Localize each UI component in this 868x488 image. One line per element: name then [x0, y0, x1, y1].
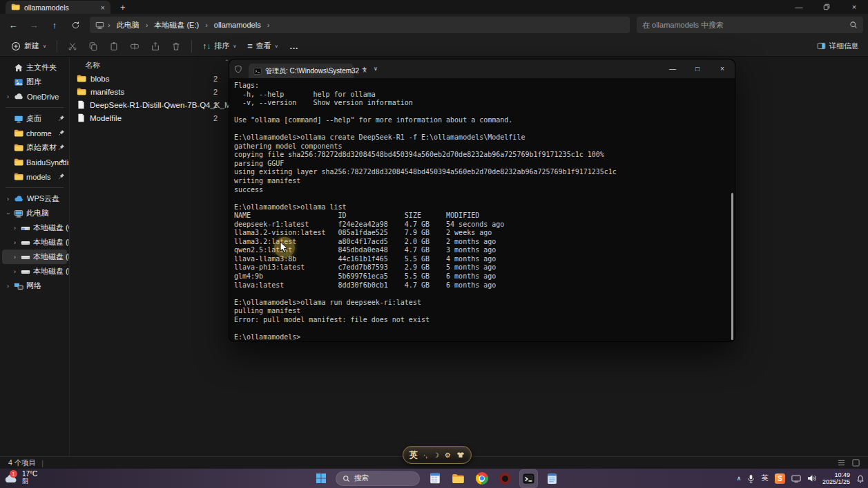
sidebar-item-network[interactable]: ›网络	[2, 279, 67, 293]
sort-button[interactable]: ↑↓ 排序 ∨	[197, 39, 242, 53]
copy-icon	[88, 41, 98, 51]
sidebar-item-raw-assets[interactable]: 原始素材	[2, 140, 67, 155]
taskbar-file-explorer-icon[interactable]	[450, 470, 467, 487]
window-minimize-button[interactable]: —	[785, 0, 813, 14]
sidebar-item-this-pc[interactable]: ›此电脑	[2, 206, 67, 220]
thumbnail-view-icon[interactable]	[852, 459, 860, 467]
network-icon	[14, 281, 23, 291]
weather-widget[interactable]: 1 17°C 阴	[4, 470, 37, 485]
address-bar: ← → ↑ › 此电脑 › 本地磁盘 (E:) › ollamamodels ›…	[0, 14, 868, 36]
ime-toolbar[interactable]: 英 ·, ☽ ⚙	[403, 446, 472, 464]
taskbar-chrome-icon[interactable]	[473, 470, 490, 487]
chevron-down-icon: ∨	[233, 44, 236, 49]
sidebar-item-disk-e[interactable]: ›本地磁盘 (E:)	[2, 250, 67, 264]
terminal-close-button[interactable]: ×	[710, 59, 735, 78]
sidebar-item-gallery[interactable]: 图库	[2, 75, 67, 89]
microphone-icon[interactable]	[747, 474, 755, 483]
cut-button[interactable]	[62, 39, 83, 53]
chevron-right-icon[interactable]: ›	[12, 268, 18, 275]
details-pane-button[interactable]: 详细信息	[817, 41, 862, 51]
terminal-tab-dropdown-icon[interactable]: ∨	[374, 66, 378, 72]
taskbar-clock[interactable]: 10:49 2025/1/25	[822, 471, 850, 485]
tray-expand-icon[interactable]: ∧	[737, 475, 742, 482]
delete-button[interactable]	[166, 39, 186, 53]
sidebar-item-disk-f[interactable]: ›本地磁盘 (F:)	[2, 264, 67, 279]
terminal-tab[interactable]: 管理员: C:\Windows\System32 ×	[249, 64, 354, 78]
notification-bell-icon[interactable]	[856, 474, 865, 483]
breadcrumb[interactable]: › 此电脑 › 本地磁盘 (E:) › ollamamodels ›	[90, 17, 630, 33]
sidebar-item-wps-cloud[interactable]: ›WPS云盘	[2, 191, 67, 206]
terminal-title-bar[interactable]: 管理员: C:\Windows\System32 × + ∨ — □ ×	[229, 59, 735, 78]
taskbar-widgets-app-icon[interactable]	[426, 470, 443, 487]
taskbar-search-label: 搜索	[354, 473, 369, 483]
home-icon	[14, 63, 23, 73]
terminal-tab-title: 管理员: C:\Windows\System32	[265, 66, 359, 76]
start-button[interactable]	[312, 470, 329, 487]
terminal-new-tab-button[interactable]: +	[362, 64, 367, 74]
tab-close-icon[interactable]: ×	[101, 3, 105, 12]
taskbar-search[interactable]: 搜索	[336, 471, 420, 486]
ime-skin-shirt-icon[interactable]	[456, 451, 465, 458]
sidebar-item-baidusyncdisk[interactable]: BaiduSyncdisk	[2, 155, 67, 169]
taskbar-recorder-icon[interactable]	[496, 470, 514, 487]
new-button[interactable]: 新建 ∨	[6, 39, 52, 53]
taskbar-terminal-icon[interactable]	[520, 470, 537, 487]
folder-icon	[14, 158, 23, 167]
chevron-down-icon[interactable]: ›	[5, 210, 12, 216]
tray-language-indicator[interactable]: 英	[761, 473, 769, 483]
chevron-right-icon[interactable]: ›	[12, 225, 18, 232]
window-restore-button[interactable]	[813, 0, 840, 14]
ime-language-mode[interactable]: 英	[409, 449, 418, 461]
list-view-icon[interactable]	[838, 459, 845, 467]
forward-button[interactable]: →	[25, 17, 43, 33]
speaker-icon[interactable]	[807, 474, 816, 482]
terminal-minimize-button[interactable]: —	[660, 59, 685, 78]
terminal-scrollbar[interactable]	[731, 193, 733, 340]
sidebar-item-chrome[interactable]: chrome	[2, 126, 67, 140]
more-options-button[interactable]: …	[284, 39, 305, 53]
paste-button[interactable]	[104, 39, 124, 53]
chevron-right-icon[interactable]: ›	[5, 283, 11, 290]
file-modified-partial: 2	[213, 101, 218, 109]
crumb-this-pc[interactable]: 此电脑	[114, 19, 142, 32]
pin-icon	[58, 144, 65, 151]
crumb-disk-e[interactable]: 本地磁盘 (E:)	[151, 19, 202, 32]
sidebar-item-label: 此电脑	[26, 208, 49, 218]
file-name: DeepSeek-R1-Distill-Qwen-7B-Q4_K_M.gguf	[90, 101, 249, 109]
sogou-input-icon[interactable]: S	[775, 473, 785, 484]
sidebar-item-onedrive[interactable]: ›OneDrive	[2, 89, 67, 104]
chevron-right-icon[interactable]: ›	[5, 93, 11, 100]
crumb-separator: ›	[204, 21, 209, 29]
taskbar-notepad-icon[interactable]	[543, 470, 561, 487]
sidebar-item-disk-c[interactable]: ›本地磁盘 (C:)	[2, 220, 67, 235]
chevron-right-icon[interactable]: ›	[12, 254, 18, 261]
cast-screen-icon[interactable]	[791, 475, 801, 482]
rename-button[interactable]	[124, 39, 145, 53]
sidebar-item-disk-d[interactable]: ›本地磁盘 (D:)	[2, 235, 67, 250]
back-button[interactable]: ←	[4, 17, 22, 33]
sidebar-item-desktop[interactable]: 桌面	[2, 111, 67, 126]
sidebar-item-home[interactable]: 主文件夹	[2, 60, 67, 75]
file-icon	[77, 100, 86, 109]
window-close-button[interactable]: ×	[840, 0, 868, 14]
search-input[interactable]: 在 ollamamodels 中搜索	[637, 17, 863, 33]
view-button[interactable]: ≡ 查看 ∨	[242, 39, 284, 53]
ime-fullwidth-moon-icon[interactable]: ☽	[433, 451, 439, 459]
new-tab-button[interactable]: +	[120, 1, 126, 14]
crumb-current-folder[interactable]: ollamamodels	[211, 19, 264, 30]
this-pc-icon	[95, 21, 104, 30]
up-button[interactable]: ↑	[46, 17, 64, 33]
ime-settings-gear-icon[interactable]: ⚙	[445, 451, 451, 459]
explorer-tab[interactable]: ollamamodels ×	[6, 1, 110, 14]
chevron-right-icon[interactable]: ›	[5, 196, 11, 203]
terminal-maximize-button[interactable]: □	[685, 59, 710, 78]
chevron-right-icon[interactable]: ›	[12, 239, 18, 246]
share-button[interactable]	[145, 39, 166, 53]
refresh-button[interactable]	[66, 17, 84, 33]
terminal-output[interactable]: Flags: -h, --help help for ollama -v, --…	[230, 78, 734, 341]
ime-punctuation-icon[interactable]: ·,	[423, 451, 427, 459]
copy-button[interactable]	[83, 39, 104, 53]
sidebar-divider	[6, 107, 64, 108]
sidebar-item-models[interactable]: models	[2, 169, 67, 184]
scrollbar-up-icon[interactable]: ˆ	[226, 59, 228, 66]
